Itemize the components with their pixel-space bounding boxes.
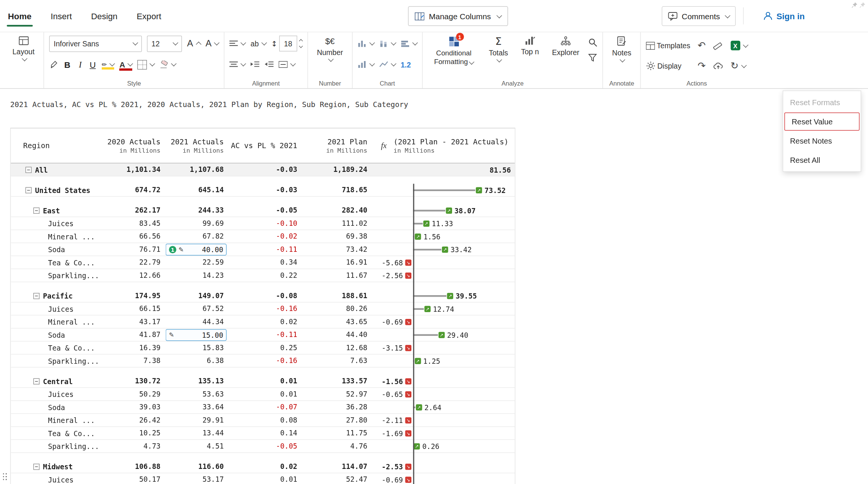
cell-2021-plan[interactable]: 11.67 (301, 269, 371, 282)
cell-variance[interactable]: ↗29.40 (371, 329, 515, 342)
cell-ac-vs-pl-pct[interactable]: 0.02 (228, 316, 301, 329)
collapse-toggle-icon[interactable] (34, 378, 40, 385)
menu-item-reset-notes[interactable]: Reset Notes (783, 131, 861, 150)
cell-2021-actuals[interactable]: 6.38 (165, 355, 228, 368)
region-cell[interactable]: Midwest (11, 460, 98, 473)
cell-ac-vs-pl-pct[interactable]: 0.22 (228, 269, 301, 282)
cell-2020-actuals[interactable]: 262.17 (98, 204, 165, 217)
cell-ac-vs-pl-pct[interactable]: -0.07 (228, 401, 301, 414)
cell-2021-actuals[interactable]: 67.82 (165, 230, 228, 244)
font-color-button[interactable]: A (119, 60, 133, 69)
region-cell[interactable]: Juices (11, 473, 98, 484)
cell-variance[interactable]: 81.56 (371, 164, 515, 177)
cell-ac-vs-pl-pct[interactable]: -0.11 (228, 243, 301, 256)
cell-ac-vs-pl-pct[interactable]: -0.11 (228, 329, 301, 342)
row-height-stepper[interactable] (300, 40, 303, 47)
cell-variance[interactable]: ↘-0.69 (371, 316, 515, 329)
layout-button[interactable]: Layout (9, 35, 39, 63)
cell-2020-actuals[interactable]: 50.17 (98, 473, 165, 484)
cell-2020-actuals[interactable]: 12.66 (98, 269, 165, 282)
number-format-button[interactable]: $€ Number (313, 35, 347, 63)
table-row[interactable]: Sparkling...4.734.51-0.054.76↗0.26 (11, 440, 515, 453)
region-cell[interactable]: Tea & Co... (11, 256, 98, 270)
table-row[interactable]: Juices83.4599.69-0.10111.02↗11.33 (11, 217, 515, 230)
top-n-button[interactable]: Top n (517, 35, 543, 58)
cell-2021-plan[interactable]: 52.97 (301, 388, 371, 401)
templates-button[interactable]: Templates (646, 41, 690, 50)
region-cell[interactable]: Sparkling... (11, 440, 98, 453)
edited-cell[interactable]: ✎15.00 (166, 329, 227, 341)
col-header-2021-actuals[interactable]: 2021 Actualsin Millions (165, 129, 228, 163)
cell-ac-vs-pl-pct[interactable]: -0.02 (228, 230, 301, 244)
horizontal-align-button[interactable] (230, 40, 246, 47)
cell-ac-vs-pl-pct[interactable]: 0.01 (228, 473, 301, 484)
col-header-region[interactable]: Region (11, 129, 98, 163)
region-cell[interactable]: Juices (11, 388, 98, 401)
cell-ac-vs-pl-pct[interactable]: -0.10 (228, 217, 301, 230)
cell-2020-actuals[interactable]: 4.73 (98, 440, 165, 453)
font-size-select[interactable]: 12 (147, 35, 182, 52)
cell-2020-actuals[interactable]: 26.42 (98, 414, 165, 427)
cell-2021-actuals[interactable]: 44.34 (165, 316, 228, 329)
table-row[interactable]: Central130.72135.130.01133.57↘-1.56 (11, 375, 515, 388)
search-icon[interactable] (588, 38, 598, 47)
cell-ac-vs-pl-pct[interactable]: -0.08 (228, 289, 301, 303)
col-header-ac-vs-pl[interactable]: AC vs PL % 2021 (228, 129, 301, 163)
row-height-control[interactable]: ↕ 18 (271, 36, 302, 52)
cell-2020-actuals[interactable]: 1,101.34 (98, 164, 165, 177)
cell-2021-actuals[interactable]: 67.52 (165, 303, 228, 316)
font-family-select[interactable]: Inforiver Sans (49, 35, 142, 52)
table-row[interactable]: East262.17244.33-0.05282.40↗38.07 (11, 204, 515, 217)
region-cell[interactable]: Mineral ... (11, 316, 98, 329)
edited-cell[interactable]: 1✎40.00 (166, 244, 227, 256)
cell-2021-plan[interactable]: 52.47 (301, 473, 371, 484)
cell-2020-actuals[interactable]: 39.03 (98, 401, 165, 414)
explorer-button[interactable]: Explorer (548, 35, 584, 58)
region-cell[interactable]: Soda (11, 401, 98, 414)
cell-2020-actuals[interactable]: 10.25 (98, 427, 165, 440)
cell-variance[interactable]: ↗1.56 (371, 230, 515, 244)
cell-2020-actuals[interactable]: 83.45 (98, 217, 165, 230)
cell-2021-plan[interactable]: 36.28 (301, 401, 371, 414)
cell-2020-actuals[interactable]: 41.87 (98, 329, 165, 342)
cell-2021-plan[interactable]: 80.26 (301, 303, 371, 316)
cell-ac-vs-pl-pct[interactable]: 0.08 (228, 414, 301, 427)
tab-export[interactable]: Export (137, 0, 161, 32)
cell-ac-vs-pl-pct[interactable]: 0.02 (228, 460, 301, 473)
col-header-2021-plan[interactable]: 2021 Planin Millions (301, 129, 371, 163)
region-cell[interactable]: Tea & Co... (11, 427, 98, 440)
decimal-places-button[interactable]: 1.2 (401, 60, 411, 69)
table-row[interactable]: Tea & Co...10.2513.440.1411.75↘-1.69 (11, 427, 515, 440)
cell-2021-actuals[interactable]: 13.44 (165, 427, 228, 440)
cell-ac-vs-pl-pct[interactable]: 0.01 (228, 388, 301, 401)
cell-2021-actuals[interactable]: 149.07 (165, 289, 228, 303)
cell-variance[interactable]: ↗0.26 (371, 440, 515, 453)
table-row[interactable]: Tea & Co...22.7922.590.3416.91↘-5.68 (11, 256, 515, 270)
cell-2021-actuals[interactable]: 135.13 (165, 375, 228, 388)
sign-in-button[interactable]: Sign in (763, 0, 805, 32)
table-row[interactable]: Soda76.711✎40.00-0.1173.42↗33.42 (11, 243, 515, 256)
collapse-toggle-icon[interactable] (34, 464, 40, 470)
tab-design[interactable]: Design (91, 0, 118, 32)
cell-variance[interactable]: ↗12.74 (371, 303, 515, 316)
undo-button[interactable]: ↶ (698, 41, 706, 51)
cell-2021-plan[interactable]: 16.91 (301, 256, 371, 270)
cell-variance[interactable]: ↗39.55 (371, 289, 515, 303)
cell-ac-vs-pl-pct[interactable]: -0.05 (228, 440, 301, 453)
table-row[interactable]: United States674.72645.14-0.03718.65↗73.… (11, 184, 515, 197)
col-header-2020-actuals[interactable]: 2020 Actualsin Millions (98, 129, 165, 163)
cell-2021-actuals[interactable]: 14.23 (165, 269, 228, 282)
display-button[interactable]: Display (646, 61, 690, 71)
increase-font-button[interactable]: A (187, 38, 201, 49)
cell-2021-plan[interactable]: 69.38 (301, 230, 371, 244)
cell-2020-actuals[interactable]: 174.95 (98, 289, 165, 303)
comments-button[interactable]: Comments (662, 6, 736, 26)
cell-2021-plan[interactable]: 12.68 (301, 342, 371, 355)
wrap-text-button[interactable]: ab (251, 39, 266, 48)
region-cell[interactable]: Sparkling... (11, 355, 98, 368)
cell-2021-actuals[interactable]: 29.91 (165, 414, 228, 427)
cell-variance[interactable]: ↗33.42 (371, 243, 515, 256)
cell-ac-vs-pl-pct[interactable]: 0.25 (228, 342, 301, 355)
cloud-upload-icon[interactable] (713, 62, 723, 70)
collapse-toggle-icon[interactable] (26, 167, 32, 173)
